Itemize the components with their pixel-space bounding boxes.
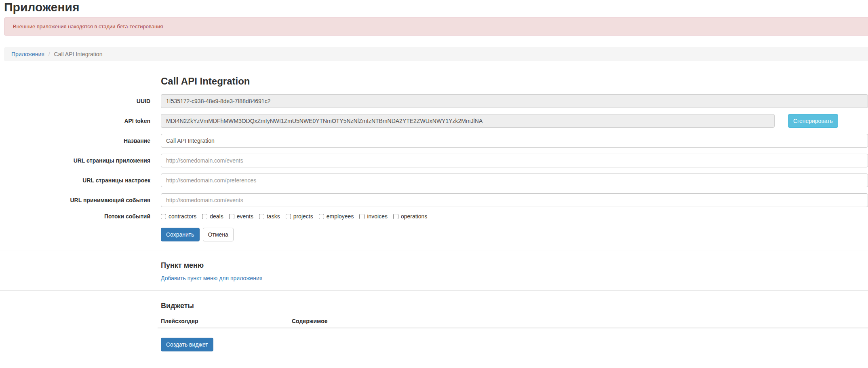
- create-widget-button[interactable]: Создать виджет: [161, 338, 213, 351]
- operations-checkbox[interactable]: [393, 214, 398, 219]
- checkbox-option-invoices[interactable]: invoices: [359, 213, 388, 220]
- divider: [0, 250, 868, 250]
- generate-token-button[interactable]: Сгенерировать: [788, 114, 838, 128]
- checkbox-option-tasks[interactable]: tasks: [259, 213, 280, 220]
- name-input[interactable]: [161, 134, 868, 148]
- widgets-table-header-placeholder: Плейсхолдер: [158, 315, 289, 328]
- checkbox-option-projects[interactable]: projects: [286, 213, 313, 220]
- contractors-checkbox[interactable]: [161, 214, 166, 219]
- settings-url-input[interactable]: [161, 173, 868, 187]
- menu-section-title: Пункт меню: [161, 261, 868, 270]
- employees-checkbox[interactable]: [319, 214, 324, 219]
- settings-url-label: URL страницы настроек: [0, 177, 150, 184]
- projects-checkbox[interactable]: [286, 214, 291, 219]
- breadcrumb-link-applications[interactable]: Приложения: [11, 51, 44, 57]
- uuid-input[interactable]: [161, 94, 868, 108]
- name-row: Название: [0, 134, 868, 148]
- app-url-label: URL страницы приложения: [0, 157, 150, 164]
- form-actions: Сохранить Отмена: [161, 228, 868, 241]
- widgets-table-header-content: Содержимое: [289, 315, 868, 328]
- form-title: Call API Integration: [161, 76, 868, 87]
- app-url-input[interactable]: [161, 154, 868, 167]
- widgets-section-title: Виджеты: [161, 302, 868, 310]
- events-checkbox[interactable]: [229, 214, 234, 219]
- divider: [0, 290, 868, 291]
- checkbox-option-deals[interactable]: deals: [202, 213, 223, 220]
- add-menu-item-link[interactable]: Добавить пункт меню для приложения: [161, 275, 262, 281]
- events-url-row: URL принимающий события: [0, 193, 868, 207]
- checkbox-option-contractors[interactable]: contractors: [161, 213, 196, 220]
- breadcrumb-current: Call API Integration: [54, 51, 103, 57]
- page-title: Приложения: [4, 1, 868, 14]
- menu-section: Пункт меню Добавить пункт меню для прило…: [0, 261, 868, 282]
- uuid-row: UUID: [0, 94, 868, 108]
- settings-url-row: URL страницы настроек: [0, 173, 868, 187]
- tasks-checkbox[interactable]: [259, 214, 264, 219]
- event-streams-options: contractors deals events tasks projects …: [161, 213, 427, 220]
- api-token-row: API token Сгенерировать: [0, 114, 868, 128]
- breadcrumb-separator: /: [48, 51, 50, 57]
- api-token-label: API token: [0, 118, 150, 124]
- widgets-section: Виджеты Плейсхолдер Содержимое Создать в…: [0, 302, 868, 351]
- save-button[interactable]: Сохранить: [161, 228, 200, 241]
- breadcrumb: Приложения / Call API Integration: [4, 47, 868, 61]
- checkbox-option-employees[interactable]: employees: [319, 213, 354, 220]
- beta-alert-text: Внешние приложения находятся в стадии бе…: [13, 23, 163, 30]
- checkbox-option-events[interactable]: events: [229, 213, 253, 220]
- events-url-input[interactable]: [161, 193, 868, 207]
- name-label: Название: [0, 137, 150, 144]
- uuid-label: UUID: [0, 98, 150, 104]
- event-streams-label: Потоки событий: [0, 213, 150, 220]
- event-streams-row: Потоки событий contractors deals events …: [0, 213, 868, 220]
- app-url-row: URL страницы приложения: [0, 154, 868, 167]
- deals-checkbox[interactable]: [202, 214, 207, 219]
- beta-alert: Внешние приложения находятся в стадии бе…: [4, 17, 868, 36]
- api-token-input[interactable]: [161, 114, 775, 128]
- checkbox-option-operations[interactable]: operations: [393, 213, 427, 220]
- invoices-checkbox[interactable]: [359, 214, 364, 219]
- widgets-table: Плейсхолдер Содержимое: [158, 315, 868, 328]
- cancel-button[interactable]: Отмена: [203, 228, 234, 241]
- widgets-table-header-row: Плейсхолдер Содержимое: [158, 315, 868, 328]
- events-url-label: URL принимающий события: [0, 197, 150, 203]
